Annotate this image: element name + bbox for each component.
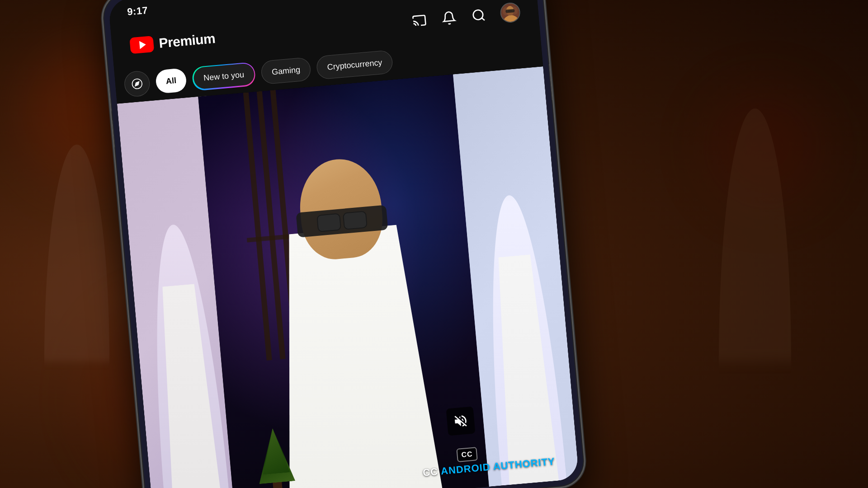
avatar-image	[500, 3, 520, 22]
search-button[interactable]	[470, 7, 487, 24]
new-to-you-chip-wrapper[interactable]: New to you	[191, 61, 256, 91]
user-avatar[interactable]	[500, 2, 521, 23]
app-name: Premium	[158, 31, 216, 51]
plant	[254, 422, 297, 488]
phone-device: 9:17	[99, 0, 587, 488]
video-content: CC	[117, 66, 579, 488]
gaming-chip[interactable]: Gaming	[260, 57, 311, 84]
cast-button[interactable]	[410, 12, 428, 29]
notifications-button[interactable]	[440, 9, 458, 27]
svg-line-6	[482, 18, 485, 20]
mute-button[interactable]	[446, 406, 476, 436]
svg-marker-13	[135, 82, 139, 86]
new-to-you-chip: New to you	[193, 63, 255, 90]
sunglass-right	[343, 211, 368, 230]
phone-screen: 9:17	[108, 0, 579, 488]
youtube-icon	[129, 36, 154, 54]
header-actions	[410, 2, 521, 31]
watermark-prefix: CC	[422, 465, 441, 478]
explore-chip[interactable]	[123, 70, 151, 98]
youtube-logo: Premium	[129, 30, 216, 54]
status-time: 9:17	[127, 5, 148, 18]
cc-label: CC	[461, 450, 473, 459]
cryptocurrency-chip[interactable]: Cryptocurrency	[316, 50, 394, 80]
cc-badge: CC	[456, 447, 478, 462]
all-chip[interactable]: All	[155, 68, 187, 94]
sunglass-left	[316, 213, 341, 232]
youtube-play-triangle	[139, 41, 146, 49]
